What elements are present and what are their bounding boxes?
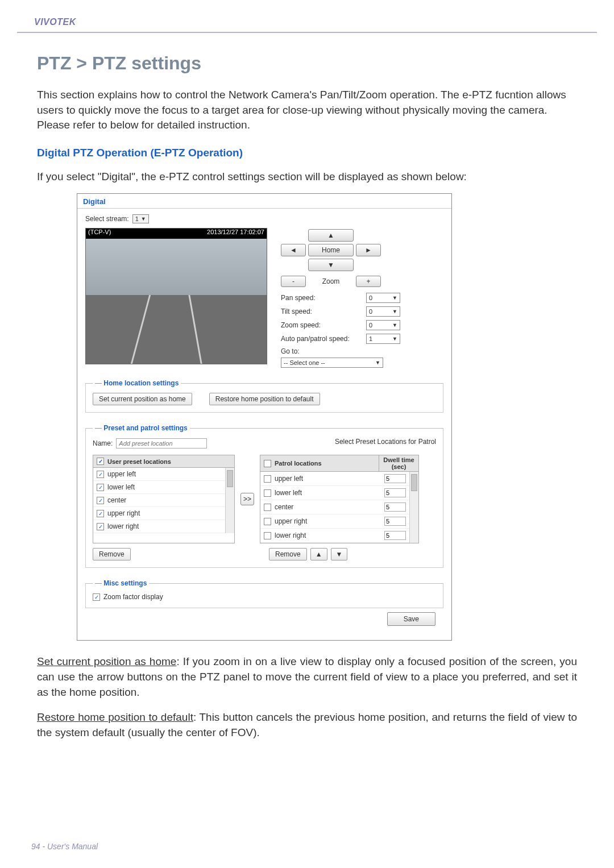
patrol-select-all-checkbox[interactable] bbox=[264, 460, 271, 467]
select-stream-value: 1 bbox=[135, 215, 139, 222]
list-item[interactable]: center bbox=[260, 500, 418, 514]
chevron-down-icon: ▼ bbox=[141, 216, 146, 222]
set-home-button[interactable]: Set current position as home bbox=[93, 393, 192, 405]
list-item[interactable]: lower left bbox=[93, 481, 234, 494]
scrollbar[interactable] bbox=[225, 468, 234, 533]
patrol-label: upper left bbox=[275, 475, 303, 483]
list-item[interactable]: lower right bbox=[93, 520, 234, 533]
goto-select[interactable]: -- Select one -- ▼ bbox=[281, 358, 383, 368]
preset-label: center bbox=[107, 496, 126, 504]
explain-restore-home: Restore home position to default: This b… bbox=[37, 710, 577, 740]
patrol-checkbox[interactable] bbox=[264, 532, 271, 539]
chevron-down-icon: ▼ bbox=[392, 295, 397, 301]
header-band: VIVOTEK bbox=[17, 17, 597, 33]
dwell-input[interactable] bbox=[384, 531, 406, 540]
zoom-speed-label: Zoom speed: bbox=[281, 321, 366, 329]
tab-digital[interactable]: Digital bbox=[77, 194, 451, 209]
list-item[interactable]: upper left bbox=[260, 472, 418, 486]
home-button[interactable]: Home bbox=[308, 244, 354, 256]
preset-name-label: Name: bbox=[93, 439, 113, 447]
zoom-speed-value: 0 bbox=[369, 322, 372, 329]
auto-speed-value: 1 bbox=[369, 335, 372, 342]
preset-patrol-fieldset: Preset and patrol settings Name: Select … bbox=[85, 424, 443, 568]
pan-left-button[interactable]: ◄ bbox=[281, 244, 306, 256]
video-preview: (TCP-V) 2013/12/27 17:02:07 bbox=[85, 228, 267, 364]
user-preset-list: User preset locations upper left lower l… bbox=[93, 455, 235, 543]
select-patrol-label: Select Preset Locations for Patrol bbox=[335, 438, 436, 446]
restore-home-button[interactable]: Restore home position to default bbox=[209, 393, 320, 405]
save-button[interactable]: Save bbox=[387, 612, 435, 626]
pan-down-button[interactable]: ▼ bbox=[308, 259, 354, 271]
patrol-header-label: Patrol locations bbox=[275, 460, 322, 467]
auto-speed-select[interactable]: 1▼ bbox=[366, 334, 400, 344]
page-title: PTZ > PTZ settings bbox=[37, 53, 577, 74]
list-item[interactable]: lower left bbox=[260, 486, 418, 500]
page-footer: 94 - User's Manual bbox=[31, 842, 98, 851]
zoom-label: Zoom bbox=[308, 277, 354, 285]
scrollbar[interactable] bbox=[409, 472, 418, 543]
explain-restore-home-term: Restore home position to default bbox=[37, 711, 193, 723]
zoom-in-button[interactable]: + bbox=[356, 276, 381, 287]
dwell-input[interactable] bbox=[384, 474, 406, 483]
dwell-input[interactable] bbox=[384, 502, 406, 512]
home-location-fieldset: Home location settings Set current posit… bbox=[85, 379, 443, 413]
ptz-settings-panel: Digital Select stream: 1 ▼ (TCP-V) 2013/… bbox=[77, 193, 452, 641]
zoom-factor-label: Zoom factor display bbox=[103, 593, 163, 601]
select-stream-label: Select stream: bbox=[85, 215, 129, 223]
patrol-label: upper right bbox=[275, 517, 307, 525]
chevron-down-icon: ▼ bbox=[375, 360, 380, 366]
explain-set-home: Set current position as home: If you zoo… bbox=[37, 654, 577, 700]
patrol-checkbox[interactable] bbox=[264, 475, 271, 483]
patrol-label: center bbox=[275, 503, 293, 511]
zoom-out-button[interactable]: - bbox=[281, 276, 306, 287]
preset-checkbox[interactable] bbox=[97, 471, 104, 478]
goto-label: Go to: bbox=[281, 347, 443, 355]
list-item[interactable]: upper right bbox=[260, 514, 418, 529]
zoom-factor-checkbox[interactable] bbox=[93, 593, 100, 601]
explain-set-home-term: Set current position as home bbox=[37, 655, 176, 667]
move-up-button[interactable]: ▲ bbox=[310, 548, 327, 560]
list-item[interactable]: upper right bbox=[93, 507, 234, 520]
preset-checkbox[interactable] bbox=[97, 510, 104, 517]
transfer-button[interactable]: >> bbox=[240, 493, 254, 505]
patrol-label: lower left bbox=[275, 489, 302, 497]
section-subheading: Digital PTZ Operation (E-PTZ Operation) bbox=[37, 147, 577, 159]
chevron-down-icon: ▼ bbox=[392, 309, 397, 314]
list-item[interactable]: upper left bbox=[93, 468, 234, 481]
remove-patrol-button[interactable]: Remove bbox=[269, 548, 307, 560]
pan-right-button[interactable]: ► bbox=[356, 244, 381, 256]
patrol-checkbox[interactable] bbox=[264, 489, 271, 497]
preset-label: lower left bbox=[107, 483, 135, 491]
goto-value: -- Select one -- bbox=[284, 359, 325, 366]
list-item[interactable]: center bbox=[93, 494, 234, 507]
intro-paragraph: This section explains how to control the… bbox=[37, 88, 577, 133]
select-stream-dropdown[interactable]: 1 ▼ bbox=[132, 214, 149, 223]
chevron-down-icon: ▼ bbox=[392, 336, 397, 342]
dwell-header: Dwell time (sec) bbox=[379, 455, 418, 471]
preset-checkbox[interactable] bbox=[97, 523, 104, 530]
dwell-input[interactable] bbox=[384, 488, 406, 497]
misc-settings-legend: Misc settings bbox=[93, 579, 149, 587]
home-location-legend: Home location settings bbox=[93, 379, 181, 387]
video-overlay-label: (TCP-V) bbox=[86, 229, 207, 239]
pan-up-button[interactable]: ▲ bbox=[308, 229, 354, 242]
remove-preset-button[interactable]: Remove bbox=[93, 548, 131, 560]
preset-checkbox[interactable] bbox=[97, 484, 104, 491]
preset-select-all-checkbox[interactable] bbox=[97, 458, 104, 465]
patrol-checkbox[interactable] bbox=[264, 518, 271, 525]
patrol-list: Patrol locations Dwell time (sec) upper … bbox=[260, 455, 419, 543]
patrol-checkbox[interactable] bbox=[264, 504, 271, 511]
preset-checkbox[interactable] bbox=[97, 497, 104, 504]
preset-label: upper left bbox=[107, 470, 136, 478]
tilt-speed-select[interactable]: 0▼ bbox=[366, 306, 400, 317]
dwell-input[interactable] bbox=[384, 517, 406, 526]
zoom-speed-select[interactable]: 0▼ bbox=[366, 320, 400, 330]
preset-name-input[interactable] bbox=[116, 438, 207, 448]
list-item[interactable]: lower right bbox=[260, 529, 418, 543]
move-down-button[interactable]: ▼ bbox=[331, 548, 348, 560]
tilt-speed-value: 0 bbox=[369, 308, 372, 315]
pan-speed-select[interactable]: 0▼ bbox=[366, 293, 400, 303]
user-preset-header: User preset locations bbox=[107, 458, 171, 465]
document-page: VIVOTEK PTZ > PTZ settings This section … bbox=[0, 0, 614, 868]
tilt-speed-label: Tilt speed: bbox=[281, 308, 366, 315]
